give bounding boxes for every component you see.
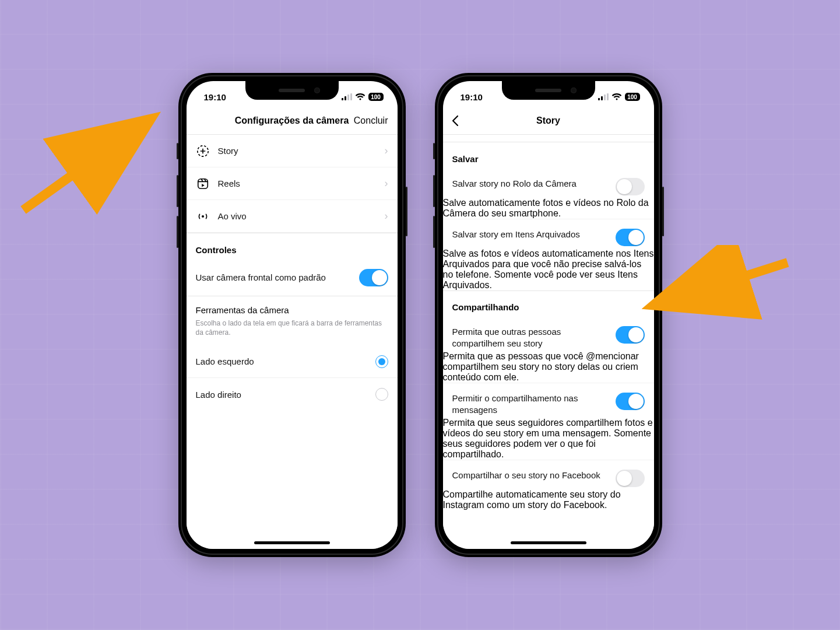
toggle-share-msg[interactable] [616,393,645,410]
svg-rect-7 [598,98,600,100]
svg-point-6 [201,215,203,217]
row-live[interactable]: Ao vivo › [187,200,398,233]
radio-left[interactable] [375,355,388,368]
phone-frame-right: 19:10 100 Story [435,73,662,557]
toggle-front-camera[interactable] [359,269,388,286]
done-button[interactable]: Concluir [354,107,388,134]
svg-rect-1 [345,96,346,100]
wifi-icon [611,93,622,100]
phone-frame-left: 19:10 100 Configurações da câmera Conclu… [178,73,406,557]
radio-left-side[interactable]: Lado esquerdo [187,345,398,378]
cellular-icon [598,93,609,100]
home-indicator[interactable] [254,541,330,544]
svg-line-12 [659,262,788,303]
svg-rect-2 [347,94,349,100]
svg-rect-9 [604,94,606,100]
svg-rect-8 [601,96,603,100]
svg-rect-3 [350,93,352,100]
chevron-left-icon [451,115,459,127]
radio-right-side[interactable]: Lado direito [187,378,398,411]
page-title: Configurações da câmera [235,116,349,126]
save-arch-title: Salvar story em Itens Arquivados [452,229,609,240]
share-msg-title: Permitir o compartilhamento nas mensagen… [452,393,586,415]
svg-rect-5 [198,178,208,188]
chevron-right-icon: › [385,145,388,157]
share-fb-desc: Compartilhe automaticamente seu story do… [443,489,654,510]
left-side-label: Lado esquerdo [196,356,367,366]
share-allow-desc: Permita que as pessoas que você @mencion… [443,351,654,383]
section-save: Salvar [443,142,654,169]
live-icon [196,210,210,223]
reels-icon [196,177,210,190]
row-live-label: Ao vivo [218,211,377,221]
back-button[interactable] [451,107,459,134]
row-reels[interactable]: Reels › [187,167,398,200]
row-story-label: Story [218,146,377,156]
chevron-right-icon: › [385,177,388,190]
cellular-icon [342,93,352,100]
wifi-icon [355,93,365,100]
tools-title: Ferramentas da câmera [196,305,388,315]
svg-rect-10 [607,93,609,100]
page-title: Story [536,116,560,126]
navbar: Story [443,107,654,135]
share-allow-title: Permita que outras pessoas compartilhem … [452,326,609,349]
row-story[interactable]: Story › [187,135,398,167]
toggle-share-fb[interactable] [616,470,645,487]
section-share: Compartilhando [443,290,654,317]
annotation-arrow-left [12,105,163,222]
home-indicator[interactable] [511,541,586,544]
story-plus-icon [196,145,210,158]
annotation-arrow-right [642,245,793,338]
save-roll-desc: Salve automaticamente fotos e vídeos no … [443,198,654,219]
save-roll-title: Salvar story no Rolo da Câmera [452,178,609,190]
navbar: Configurações da câmera Concluir [187,107,398,135]
right-side-label: Lado direito [196,390,367,400]
front-camera-label: Usar câmera frontal como padrão [196,272,351,282]
section-controls: Controles [187,233,398,260]
battery-icon: 100 [368,93,384,101]
tools-desc: Escolha o lado da tela em que ficará a b… [196,318,388,337]
chevron-right-icon: › [385,210,388,222]
toggle-save-roll[interactable] [616,178,645,195]
save-arch-desc: Salve as fotos e vídeos automaticamente … [443,249,654,290]
row-front-camera: Usar câmera frontal como padrão [187,260,398,296]
toggle-save-arch[interactable] [616,229,645,246]
battery-icon: 100 [625,93,640,101]
toggle-share-allow[interactable] [616,326,645,344]
row-reels-label: Reels [218,178,377,188]
svg-rect-0 [342,98,343,100]
share-fb-title: Compartilhar o seu story no Facebook [452,470,609,481]
radio-right[interactable] [375,388,388,401]
share-msg-desc: Permita que seus seguidores compartilhem… [443,418,654,460]
svg-line-11 [23,123,146,210]
status-time: 19:10 [204,92,226,102]
status-time: 19:10 [461,92,483,102]
